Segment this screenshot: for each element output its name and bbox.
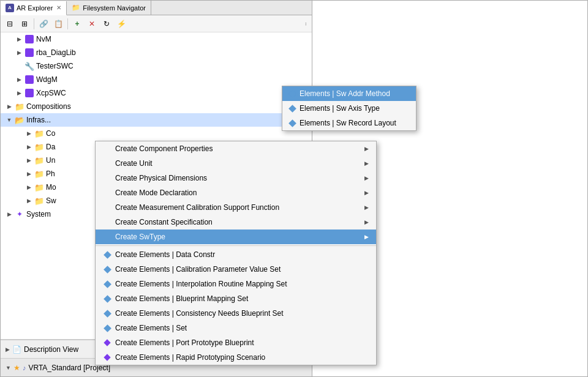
ctx-create-physical[interactable]: Create Physical Dimensions ▶: [96, 171, 376, 185]
ctx-arrow-physical: ▶: [364, 175, 369, 181]
expand-arrow-co: ▶: [25, 130, 32, 137]
expand-arrow-da: ▶: [25, 143, 32, 151]
vrta-panel-arrow: ▼: [6, 365, 11, 371]
remove-btn[interactable]: ✕: [85, 17, 99, 31]
ctx-label-swtype: Create SwType: [115, 233, 165, 241]
collapse-btn[interactable]: ⊟: [3, 17, 17, 31]
tree-item-rba[interactable]: ▶ rba_DiagLib: [1, 46, 312, 59]
add-btn[interactable]: +: [70, 17, 84, 31]
tree-item-xcpswc[interactable]: ▶ XcpSWC: [1, 86, 312, 100]
ctx-cal-param[interactable]: Create Elements | Calibration Parameter …: [96, 262, 376, 277]
label-ph: Ph: [46, 170, 55, 178]
ctx-label-blueprint: Create Elements | Blueprint Mapping Set: [115, 294, 248, 303]
toolbar: ⊟ ⊞ 🔗 📋 + ✕ ↻ ⚡ ···: [1, 15, 312, 32]
icon-ph: 📁: [34, 169, 44, 179]
icon-testerswc: 🔧: [24, 61, 34, 71]
ctx-create-constant[interactable]: Create Constant Specification ▶: [96, 215, 376, 230]
ctx-create-unit[interactable]: Create Unit ▶: [96, 156, 376, 171]
ctx-icon-swtype: [103, 233, 111, 241]
sub-label-sw-record: Elements | Sw Record Layout: [300, 119, 396, 127]
ctx-data-constr[interactable]: Create Elements | Data Constr: [96, 247, 376, 262]
icon-wdgm: [24, 75, 34, 84]
ctx-icon-mode: [103, 188, 111, 197]
ctx-set[interactable]: Create Elements | Set: [96, 321, 376, 335]
label-nvm: NvM: [36, 35, 51, 43]
vrta-star-icon: ★: [13, 364, 20, 372]
expand-arrow-rba: ▶: [15, 49, 23, 56]
ctx-icon-consistency: [103, 309, 111, 318]
ctx-label-port-proto: Create Elements | Port Prototype Bluepri…: [115, 338, 254, 347]
expand-arrow-mo: ▶: [25, 184, 32, 191]
expand-arrow-wdgm: ▶: [15, 76, 23, 83]
ctx-create-mode[interactable]: Create Mode Declaration ▶: [96, 185, 376, 200]
sub-label-sw-addr: Elements | Sw Addr Method: [300, 89, 390, 98]
tree-item-wdgm[interactable]: ▶ WdgM: [1, 73, 312, 86]
copy-btn[interactable]: 📋: [51, 17, 65, 31]
ctx-create-measurement[interactable]: Create Measurement Calibration Support F…: [96, 200, 376, 215]
label-system: System: [26, 210, 51, 218]
ar-icon: A: [6, 4, 14, 12]
ctx-icon-set: [103, 324, 111, 332]
icon-mo: 📁: [34, 182, 44, 192]
ctx-label-data-constr: Create Elements | Data Constr: [115, 250, 215, 259]
expand-arrow-xcpswc: ▶: [15, 89, 23, 97]
sub-icon-sw-addr: [288, 90, 296, 97]
ctx-icon-port-proto: [103, 338, 111, 347]
filter-btn[interactable]: ⚡: [115, 17, 128, 31]
sub-item-sw-record[interactable]: Elements | Sw Record Layout: [282, 116, 416, 130]
ctx-create-swtype[interactable]: Create SwType ▶: [96, 230, 376, 244]
icon-rba: [24, 48, 34, 58]
ctx-arrow-component: ▶: [364, 146, 369, 152]
icon-nvm: [24, 34, 34, 44]
icon-xcpswc: [24, 88, 34, 98]
ctx-icon-rapid-proto: [103, 353, 111, 362]
ctx-label-measurement: Create Measurement Calibration Support F…: [115, 203, 279, 212]
fs-icon: 📁: [72, 4, 80, 12]
expand-arrow-ph: ▶: [25, 170, 32, 177]
link-btn[interactable]: 🔗: [37, 17, 50, 31]
ctx-interp[interactable]: Create Elements | Interpolation Routine …: [96, 277, 376, 291]
ctx-label-unit: Create Unit: [115, 159, 153, 168]
context-menu: Create Component Properties ▶ Create Uni…: [95, 141, 377, 365]
label-testerswc: TesterSWC: [36, 62, 74, 70]
expand-btn[interactable]: ⊞: [18, 17, 31, 31]
tab-ar-close[interactable]: ✕: [56, 4, 61, 11]
tree-item-co[interactable]: ▶ 📁 Co: [1, 127, 312, 140]
label-da: Da: [46, 143, 55, 151]
ctx-arrow-constant: ▶: [364, 219, 369, 225]
expand-arrow-tester: ▶: [15, 62, 23, 70]
expand-arrow-system: ▶: [6, 211, 13, 218]
ctx-label-physical: Create Physical Dimensions: [115, 174, 207, 182]
ctx-port-proto[interactable]: Create Elements | Port Prototype Bluepri…: [96, 335, 376, 350]
refresh-btn[interactable]: ↻: [100, 17, 113, 31]
expand-arrow-nvm: ▶: [15, 35, 23, 43]
tree-item-nvm[interactable]: ▶ NvM: [1, 32, 312, 46]
ctx-icon-cal-param: [103, 265, 111, 274]
vrta-speaker-icon: ♪: [23, 364, 26, 371]
ctx-create-component-props[interactable]: Create Component Properties ▶: [96, 141, 376, 156]
sub-icon-sw-axis: [288, 105, 296, 112]
ctx-icon-unit: [103, 159, 111, 168]
icon-system: ✦: [15, 209, 24, 219]
tree-item-infra[interactable]: ▼ 📂 Infras...: [1, 113, 312, 127]
ctx-consistency[interactable]: Create Elements | Consistency Needs Blue…: [96, 306, 376, 321]
sub-item-sw-axis[interactable]: Elements | Sw Axis Type: [282, 101, 416, 116]
tree-item-compositions[interactable]: ▶ 📁 Compositions: [1, 100, 312, 113]
ctx-rapid-proto[interactable]: Create Elements | Rapid Prototyping Scen…: [96, 350, 376, 365]
tab-fs-label: Filesystem Navigator: [83, 4, 146, 12]
icon-co: 📁: [34, 129, 44, 138]
sub-label-sw-axis: Elements | Sw Axis Type: [300, 104, 380, 113]
desc-panel-icon: 📄: [12, 345, 21, 354]
sub-item-sw-addr[interactable]: Elements | Sw Addr Method: [282, 86, 416, 101]
submenu: Elements | Sw Addr Method Elements | Sw …: [282, 86, 417, 131]
toolbar-dots: ···: [303, 22, 309, 25]
desc-panel-arrow: ▶: [6, 346, 10, 353]
ctx-label-consistency: Create Elements | Consistency Needs Blue…: [115, 309, 284, 318]
ctx-arrow-unit: ▶: [364, 160, 369, 166]
label-rba: rba_DiagLib: [36, 48, 76, 57]
tree-item-testerswc[interactable]: ▶ 🔧 TesterSWC: [1, 59, 312, 73]
tab-filesystem[interactable]: 📁 Filesystem Navigator: [67, 1, 151, 15]
tab-ar-explorer[interactable]: A AR Explorer ✕: [1, 1, 67, 15]
ctx-blueprint-mapping[interactable]: Create Elements | Blueprint Mapping Set: [96, 291, 376, 306]
icon-un: 📁: [34, 155, 44, 165]
